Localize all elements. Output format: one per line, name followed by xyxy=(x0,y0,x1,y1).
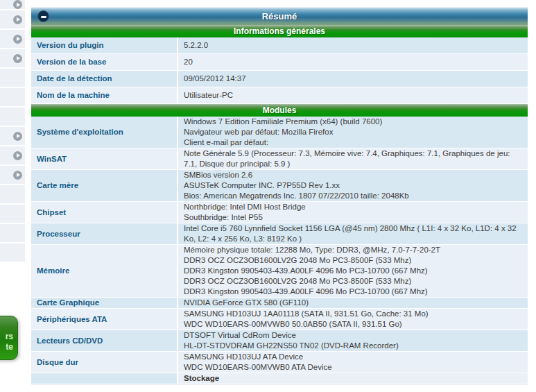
sidebar-row[interactable] xyxy=(0,185,25,205)
row-label xyxy=(31,373,178,384)
row-value: SAMSUNG HD103UJ ATA DeviceWDC WD10EARS-0… xyxy=(178,352,528,373)
row-label: Version de la base xyxy=(31,54,178,70)
sidebar xyxy=(0,0,25,263)
row-value-line: NVIDIA GeForce GTX 580 (GF110) xyxy=(184,298,522,308)
row-value-line: Stockage xyxy=(184,373,522,384)
row-label: Nom de la machine xyxy=(31,87,178,103)
row-value: 20 xyxy=(178,54,528,70)
row-label: Disque dur xyxy=(31,352,178,373)
row-value: Northbridge: Intel DMI Host BridgeSouthb… xyxy=(178,202,528,223)
row-label: Carte mère xyxy=(31,170,178,201)
table-row: Nom de la machineUtilisateur-PC xyxy=(31,87,528,104)
section-header-general-label: Informations générales xyxy=(234,26,325,36)
row-label: Périphériques ATA xyxy=(31,309,178,330)
section-header-general: Informations générales xyxy=(31,25,528,37)
sidebar-row[interactable] xyxy=(0,166,25,185)
panel-title-bar: Résumé xyxy=(31,7,528,25)
row-value-line: SAMSUNG HD103UJ 1AA01118 (SATA II, 931.5… xyxy=(184,309,522,319)
sidebar-row[interactable] xyxy=(0,30,25,49)
sidebar-row[interactable] xyxy=(0,10,25,30)
sidebar-row[interactable] xyxy=(0,0,25,10)
general-info-rows: Version du plugin5.2.2.0Version de la ba… xyxy=(31,37,528,104)
row-value-line: Client e-mail par défaut: xyxy=(184,137,522,148)
sidebar-row[interactable] xyxy=(0,88,25,108)
summary-panel: Résumé Informations générales Version du… xyxy=(31,7,528,385)
expand-arrow-icon[interactable] xyxy=(13,35,22,44)
expand-arrow-icon[interactable] xyxy=(13,0,22,9)
row-label: WinSAT xyxy=(31,148,178,169)
row-label: Processeur xyxy=(31,223,178,244)
expand-arrow-icon[interactable] xyxy=(13,171,22,180)
sidebar-row[interactable] xyxy=(0,108,25,127)
table-row: Système d'exploitationWindows 7 Edition … xyxy=(31,117,528,148)
row-label: Mémoire xyxy=(31,245,178,297)
sidebar-row[interactable] xyxy=(0,224,25,244)
row-value-line: 20 xyxy=(184,57,522,67)
table-row: ProcesseurIntel Core i5 760 Lynnfield So… xyxy=(31,223,528,245)
sidebar-row[interactable] xyxy=(0,146,25,166)
row-value: 5.2.2.0 xyxy=(178,37,528,53)
expand-arrow-icon[interactable] xyxy=(13,15,22,24)
row-value-line: DTSOFT Virtual CdRom Device xyxy=(184,330,522,341)
side-green-button[interactable]: rs te xyxy=(0,316,18,360)
row-value: DTSOFT Virtual CdRom DeviceHL-DT-STDVDRA… xyxy=(178,330,528,351)
row-value-line: 09/05/2012 14:37 xyxy=(184,74,522,84)
row-label: Date de la détection xyxy=(31,71,178,87)
row-value-line: Bios: American Megatrends Inc. 1807 07/2… xyxy=(184,191,522,201)
side-green-button-line2: te xyxy=(0,342,13,352)
expand-arrow-icon[interactable] xyxy=(13,151,22,160)
table-row: Stockage xyxy=(31,373,528,384)
row-value-line: Note Générale 5.9 (Processeur: 7.3, Mémo… xyxy=(184,148,522,169)
expand-arrow-icon[interactable] xyxy=(13,132,22,141)
collapse-minus-icon[interactable] xyxy=(37,10,49,22)
row-value: SAMSUNG HD103UJ 1AA01118 (SATA II, 931.5… xyxy=(178,309,528,330)
expand-arrow-icon[interactable] xyxy=(13,54,22,63)
modules-rows: Système d'exploitationWindows 7 Edition … xyxy=(31,117,528,384)
table-row: MémoireMémoire physique totale: 12288 Mo… xyxy=(31,245,528,298)
row-value-line: WDC WD10EARS-00MVWB0 ATA Device xyxy=(184,362,522,373)
row-value: Note Générale 5.9 (Processeur: 7.3, Mémo… xyxy=(178,148,528,169)
row-value-line: Southbridge: Intel P55 xyxy=(184,212,522,223)
row-value-line: Mémoire physique totale: 12288 Mo, Type:… xyxy=(184,245,522,255)
row-label: Carte Graphique xyxy=(31,298,178,308)
row-value: Mémoire physique totale: 12288 Mo, Type:… xyxy=(178,245,528,297)
section-header-modules-label: Modules xyxy=(263,105,297,115)
row-label: Version du plugin xyxy=(31,37,178,53)
row-value-line: Intel Core i5 760 Lynnfield Socket 1156 … xyxy=(184,223,522,244)
row-value: Utilisateur-PC xyxy=(178,87,528,103)
side-green-button-line1: rs xyxy=(0,332,13,342)
row-value-line: 5.2.2.0 xyxy=(184,40,522,51)
table-row: Carte GraphiqueNVIDIA GeForce GTX 580 (G… xyxy=(31,298,528,309)
sidebar-row[interactable] xyxy=(0,127,25,146)
row-value-line: DDR3 Kingston 9905403-439.A00LF 4096 Mo … xyxy=(184,287,522,297)
table-row: Version du plugin5.2.2.0 xyxy=(31,37,528,54)
table-row: ChipsetNorthbridge: Intel DMI Host Bridg… xyxy=(31,202,528,223)
table-row: Disque durSAMSUNG HD103UJ ATA DeviceWDC … xyxy=(31,352,528,373)
row-label: Lecteurs CD/DVD xyxy=(31,330,178,351)
row-value: Intel Core i5 760 Lynnfield Socket 1156 … xyxy=(178,223,528,244)
row-value-line: SMBios version 2.6 xyxy=(184,170,522,180)
sidebar-row[interactable] xyxy=(0,205,25,224)
table-row: Date de la détection09/05/2012 14:37 xyxy=(31,71,528,87)
table-row: Carte mèreSMBios version 2.6ASUSTeK Comp… xyxy=(31,170,528,202)
row-value-line: ASUSTeK Computer INC. P7P55D Rev 1.xx xyxy=(184,180,522,191)
sidebar-row[interactable] xyxy=(0,49,25,69)
sidebar-row[interactable] xyxy=(0,244,25,263)
row-value-line: Utilisateur-PC xyxy=(184,90,522,101)
table-row: Version de la base20 xyxy=(31,54,528,71)
panel-title: Résumé xyxy=(262,11,297,22)
table-row: WinSATNote Générale 5.9 (Processeur: 7.3… xyxy=(31,148,528,170)
row-value-line: SAMSUNG HD103UJ ATA Device xyxy=(184,352,522,362)
row-value-line: Northbridge: Intel DMI Host Bridge xyxy=(184,202,522,212)
row-value-line: HL-DT-STDVDRAM GH22NS50 TN02 (DVD-RAM Re… xyxy=(184,341,522,351)
row-label: Système d'exploitation xyxy=(31,117,178,148)
row-value-line: Navigateur web par défaut: Mozilla Firef… xyxy=(184,127,522,137)
row-value: 09/05/2012 14:37 xyxy=(178,71,528,87)
row-value-line: WDC WD10EARS-00MVWB0 50.0AB50 (SATA II, … xyxy=(184,319,522,330)
row-value-line: DDR3 OCZ OCZ3OB1600LV2G 2048 Mo PC3-8500… xyxy=(184,255,522,266)
table-row: Périphériques ATASAMSUNG HD103UJ 1AA0111… xyxy=(31,309,528,330)
row-value-line: DDR3 OCZ OCZ3OB1600LV2G 2048 Mo PC3-8500… xyxy=(184,276,522,287)
row-value: Windows 7 Edition Familiale Premium (x64… xyxy=(178,117,528,148)
sidebar-row[interactable] xyxy=(0,69,25,88)
row-value-line: Windows 7 Edition Familiale Premium (x64… xyxy=(184,117,522,127)
